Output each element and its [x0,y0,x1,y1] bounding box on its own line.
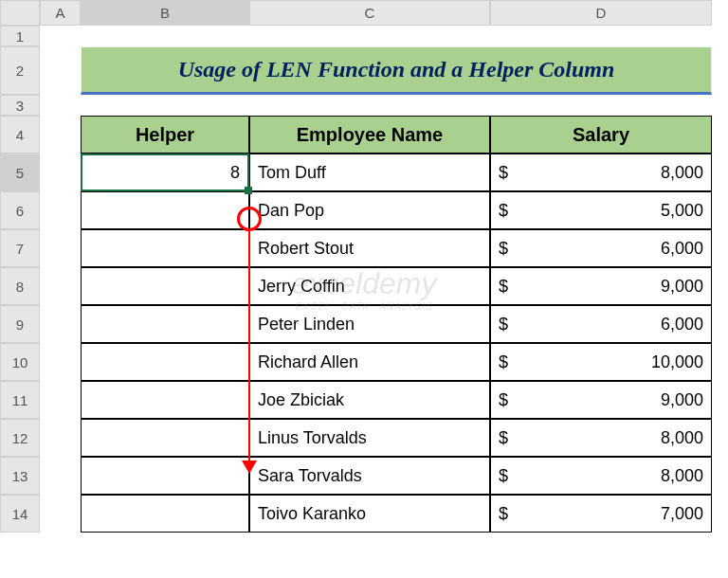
cell-a8[interactable] [40,267,81,305]
corner-cell[interactable] [0,0,40,26]
cell-a13[interactable] [40,457,81,495]
cell-b11[interactable] [81,381,249,419]
cell-a2[interactable] [40,46,81,95]
cell-c8[interactable]: Jerry Coffin [249,267,490,305]
currency-symbol: $ [499,201,508,221]
cell-a1[interactable] [40,26,81,46]
cell-c12[interactable]: Linus Torvalds [249,419,490,457]
cell-a3[interactable] [40,95,81,116]
autofill-arrow-head-icon [242,461,257,474]
currency-symbol: $ [499,239,508,259]
cell-c6[interactable]: Dan Pop [249,191,490,229]
helper-value: 8 [230,163,240,183]
cell-b13[interactable] [81,457,249,495]
title-cell[interactable]: Usage of LEN Function and a Helper Colum… [81,46,712,95]
cell-b5-selected[interactable]: 8 [81,154,249,191]
cell-d14[interactable]: $ 7,000 [490,495,712,533]
cell-c1[interactable] [249,26,490,46]
cell-d13[interactable]: $ 8,000 [490,457,712,495]
cell-b9[interactable] [81,305,249,343]
col-header-c[interactable]: C [249,0,490,26]
salary-amount: 6,000 [661,315,703,334]
currency-symbol: $ [499,277,508,297]
currency-symbol: $ [499,466,508,486]
cell-d10[interactable]: $ 10,000 [490,343,712,381]
currency-symbol: $ [499,163,508,183]
row-header-1[interactable]: 1 [0,26,40,46]
col-header-a[interactable]: A [40,0,81,26]
salary-amount: 8,000 [661,163,703,183]
row-header-6[interactable]: 6 [0,191,40,229]
header-name[interactable]: Employee Name [249,116,490,154]
currency-symbol: $ [499,428,508,448]
cell-b12[interactable] [81,419,249,457]
spreadsheet-grid: A B C D 1 2 Usage of LEN Function and a … [0,0,728,533]
salary-amount: 8,000 [661,466,703,486]
row-header-3[interactable]: 3 [0,95,40,116]
cell-c13[interactable]: Sara Torvalds [249,457,490,495]
row-header-12[interactable]: 12 [0,419,40,457]
salary-amount: 7,000 [661,504,703,524]
row-header-8[interactable]: 8 [0,267,40,305]
cell-a5[interactable] [40,154,81,191]
currency-symbol: $ [499,504,508,524]
cell-d12[interactable]: $ 8,000 [490,419,712,457]
cell-a6[interactable] [40,191,81,229]
row-header-10[interactable]: 10 [0,343,40,381]
cell-c10[interactable]: Richard Allen [249,343,490,381]
cell-d9[interactable]: $ 6,000 [490,305,712,343]
row-header-2[interactable]: 2 [0,46,40,95]
col-header-b[interactable]: B [81,0,249,26]
cell-d6[interactable]: $ 5,000 [490,191,712,229]
cell-a7[interactable] [40,229,81,267]
cell-d5[interactable]: $ 8,000 [490,154,712,191]
currency-symbol: $ [499,352,508,372]
salary-amount: 9,000 [661,390,703,410]
cell-b1[interactable] [81,26,249,46]
cell-a9[interactable] [40,305,81,343]
row-header-4[interactable]: 4 [0,116,40,154]
cell-a4[interactable] [40,116,81,154]
cell-c14[interactable]: Toivo Karanko [249,495,490,533]
cell-c11[interactable]: Joe Zbiciak [249,381,490,419]
salary-amount: 10,000 [651,352,703,372]
cell-d11[interactable]: $ 9,000 [490,381,712,419]
salary-amount: 6,000 [661,239,703,259]
header-helper[interactable]: Helper [81,116,249,154]
col-header-d[interactable]: D [490,0,712,26]
salary-amount: 5,000 [661,201,703,221]
cell-b3[interactable] [81,95,249,116]
row-header-5[interactable]: 5 [0,154,40,191]
fill-handle-highlight-icon [237,207,262,231]
cell-a14[interactable] [40,495,81,533]
autofill-arrow-icon [248,231,250,463]
cell-b14[interactable] [81,495,249,533]
cell-a10[interactable] [40,343,81,381]
cell-d8[interactable]: $ 9,000 [490,267,712,305]
cell-b8[interactable] [81,267,249,305]
cell-d1[interactable] [490,26,712,46]
row-header-13[interactable]: 13 [0,457,40,495]
cell-d7[interactable]: $ 6,000 [490,229,712,267]
currency-symbol: $ [499,315,508,334]
salary-amount: 9,000 [661,277,703,297]
cell-c5[interactable]: Tom Duff [249,154,490,191]
cell-a12[interactable] [40,419,81,457]
cell-b10[interactable] [81,343,249,381]
header-salary[interactable]: Salary [490,116,712,154]
currency-symbol: $ [499,390,508,410]
row-header-11[interactable]: 11 [0,381,40,419]
row-header-7[interactable]: 7 [0,229,40,267]
fill-handle[interactable] [245,187,252,194]
cell-a11[interactable] [40,381,81,419]
cell-b6[interactable] [81,191,249,229]
cell-c9[interactable]: Peter Linden [249,305,490,343]
salary-amount: 8,000 [661,428,703,448]
row-header-14[interactable]: 14 [0,495,40,533]
cell-d3[interactable] [490,95,712,116]
cell-b7[interactable] [81,229,249,267]
cell-c7[interactable]: Robert Stout [249,229,490,267]
row-header-9[interactable]: 9 [0,305,40,343]
cell-c3[interactable] [249,95,490,116]
